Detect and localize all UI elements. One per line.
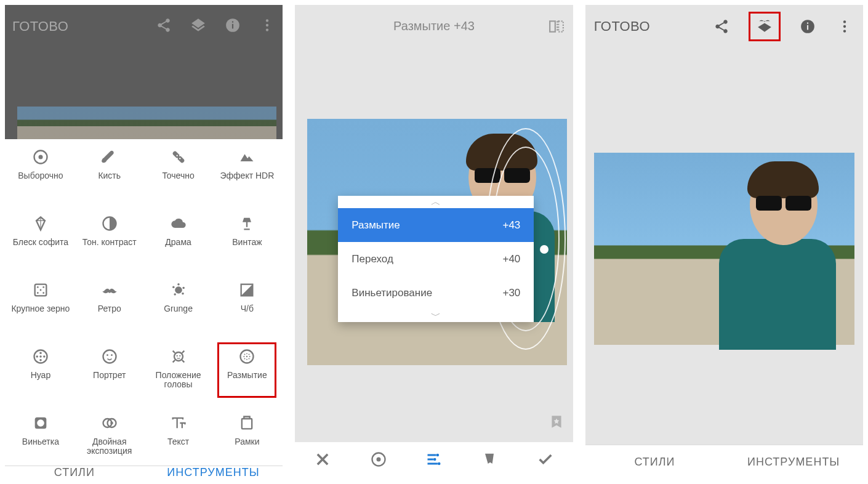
tool-frame[interactable]: Рамки	[212, 414, 281, 466]
more-icon[interactable]	[835, 17, 854, 36]
param-value: +30	[502, 287, 520, 299]
tab-tools[interactable]: ИНСТРУМЕНТЫ	[724, 445, 863, 479]
topbar: Размытие +43	[295, 5, 573, 47]
done-label[interactable]: ГОТОВО	[594, 18, 650, 34]
top-icons	[156, 17, 275, 36]
layers-icon[interactable]	[749, 12, 781, 41]
tool-label: Крупное зерно	[11, 304, 70, 313]
screen-result: ГОТОВО СТИЛИ ИНСТРУМЕНТЫ	[585, 5, 863, 479]
svg-point-24	[182, 292, 184, 295]
tool-label: Положение головы	[148, 371, 209, 390]
param-value: +43	[454, 19, 475, 33]
apply-button[interactable]	[529, 446, 561, 475]
tab-tools[interactable]: ИНСТРУМЕНТЫ	[144, 466, 283, 479]
svg-rect-57	[558, 21, 563, 31]
tool-splat[interactable]: Grunge	[144, 281, 213, 333]
layers-icon[interactable]	[190, 17, 206, 36]
parameter-menu[interactable]: ︿ Размытие+43Переход+40Виньетирование+30…	[338, 196, 534, 322]
tool-diamond[interactable]: Блеск софита	[6, 214, 75, 266]
svg-point-32	[39, 355, 42, 358]
tab-styles[interactable]: СТИЛИ	[5, 466, 144, 479]
tool-brush[interactable]: Кисть	[75, 148, 144, 200]
headpose-icon	[169, 347, 188, 366]
tool-label: Grunge	[164, 304, 193, 313]
svg-point-18	[37, 292, 39, 294]
tool-label: Нуар	[31, 371, 51, 380]
tool-blur[interactable]: Размытие	[212, 347, 281, 399]
svg-point-34	[106, 354, 108, 356]
more-icon[interactable]	[259, 17, 275, 36]
edit-toolbar	[295, 442, 573, 479]
reel-icon	[31, 347, 50, 366]
tool-label: Размытие	[227, 371, 267, 380]
tool-label: Винтаж	[232, 238, 262, 247]
chevron-up-icon[interactable]: ︿	[338, 196, 534, 208]
close-button[interactable]	[307, 446, 339, 475]
tool-vignette[interactable]: Виньетка	[6, 414, 75, 466]
svg-point-43	[244, 358, 246, 360]
cloud-icon	[169, 214, 188, 233]
tool-label: Ретро	[98, 304, 121, 313]
tool-mustache[interactable]: Ретро	[75, 281, 144, 333]
dimmed-preview: ГОТОВО	[5, 5, 283, 139]
tool-contrast[interactable]: Тон. контраст	[75, 214, 144, 266]
param-row[interactable]: Виньетирование+30	[338, 276, 534, 310]
tab-styles[interactable]: СТИЛИ	[585, 445, 725, 479]
param-row[interactable]: Переход+40	[338, 242, 534, 276]
svg-point-41	[244, 354, 246, 355]
svg-point-44	[249, 358, 250, 360]
photo-preview-strip	[17, 107, 276, 139]
tool-headpose[interactable]: Положение головы	[144, 347, 213, 399]
topbar: ГОТОВО	[5, 5, 283, 48]
tool-bandage[interactable]: Точечно	[144, 148, 213, 200]
sliders-button[interactable]	[418, 446, 450, 475]
svg-point-16	[42, 286, 44, 288]
grain-icon	[31, 281, 50, 299]
mountains-icon	[238, 148, 256, 166]
blur-center-button[interactable]	[363, 446, 395, 475]
svg-point-23	[174, 293, 176, 296]
tool-lamp[interactable]: Винтаж	[212, 214, 281, 266]
tool-label: Блеск софита	[13, 238, 68, 247]
bookmark-icon[interactable]	[549, 414, 565, 430]
param-value: +40	[502, 253, 520, 265]
tool-mountains[interactable]: Эффект HDR	[212, 148, 281, 200]
tool-reel[interactable]: Нуар	[6, 347, 75, 399]
vignette-icon	[31, 414, 50, 432]
share-icon[interactable]	[712, 17, 731, 36]
bw-icon	[238, 281, 256, 299]
svg-point-46	[246, 359, 247, 360]
svg-point-20	[175, 286, 182, 294]
svg-rect-55	[550, 21, 555, 31]
tool-text[interactable]: Текст	[144, 414, 213, 466]
compare-icon[interactable]	[549, 18, 565, 34]
tool-double[interactable]: Двойная экспозиция	[75, 414, 144, 466]
svg-point-45	[246, 353, 247, 354]
double-icon	[100, 414, 119, 432]
info-icon[interactable]	[225, 17, 241, 36]
param-row[interactable]: Размытие+43	[338, 208, 534, 242]
svg-point-30	[43, 355, 46, 358]
svg-point-62	[438, 462, 441, 466]
info-icon[interactable]	[798, 17, 818, 36]
styles-button[interactable]	[473, 446, 505, 475]
photo-result[interactable]	[594, 153, 854, 345]
blur-icon	[238, 347, 256, 366]
param-label: Переход	[352, 253, 393, 265]
svg-point-15	[37, 286, 39, 288]
tool-target[interactable]: Выборочно	[6, 148, 75, 200]
share-icon[interactable]	[156, 17, 172, 36]
tool-cloud[interactable]: Драма	[144, 214, 213, 266]
tool-face[interactable]: Портрет	[75, 347, 144, 399]
done-label[interactable]: ГОТОВО	[12, 18, 68, 34]
svg-point-9	[176, 155, 177, 156]
svg-point-47	[244, 356, 245, 357]
frame-icon	[238, 414, 256, 432]
tool-label: Портрет	[93, 371, 126, 380]
tool-grain[interactable]: Крупное зерно	[6, 281, 75, 333]
tool-bw[interactable]: Ч/б	[212, 281, 281, 333]
chevron-down-icon[interactable]: ﹀	[338, 310, 534, 322]
subject	[713, 165, 836, 350]
svg-point-11	[179, 155, 180, 156]
svg-point-25	[177, 283, 180, 286]
